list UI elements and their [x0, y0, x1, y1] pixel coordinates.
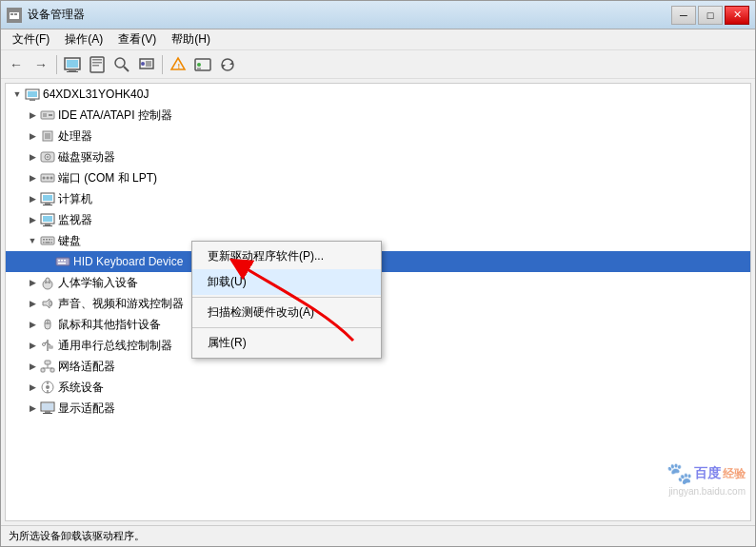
svg-rect-27 — [28, 91, 37, 97]
baidu-jingyan: 经验 — [723, 466, 746, 482]
usb-label: 通用串行总线控制制器 — [58, 338, 172, 354]
tree-item-monitor[interactable]: ▶ 监视器 — [6, 209, 750, 230]
display-icon — [40, 400, 55, 416]
tree-item-computer[interactable]: ▶ 计算机 — [6, 188, 750, 209]
svg-rect-50 — [43, 239, 45, 241]
title-bar: 设备管理器 ─ □ ✕ — [1, 1, 755, 29]
svg-text:!: ! — [178, 62, 181, 70]
ctx-separator-2 — [192, 327, 381, 328]
port-label: 端口 (COM 和 LPT) — [58, 170, 157, 186]
maximize-button[interactable]: □ — [698, 6, 723, 25]
svg-rect-11 — [92, 65, 99, 67]
toolbar-btn-3[interactable] — [135, 53, 158, 76]
tree-item-network[interactable]: ▶ 网络适配器 — [6, 356, 750, 377]
cpu-label: 处理器 — [58, 128, 92, 145]
svg-rect-58 — [58, 260, 60, 262]
cpu-icon — [40, 128, 55, 144]
close-button[interactable]: ✕ — [725, 6, 749, 25]
computer-icon — [40, 191, 55, 206]
svg-rect-9 — [92, 59, 102, 61]
baidu-logo: 🐾 百度 经验 — [666, 461, 746, 486]
svg-rect-6 — [69, 69, 76, 71]
main-content: ▼ 64XDXL31YOHK40J ▶ — [1, 79, 755, 525]
expand-cpu[interactable]: ▶ — [25, 126, 40, 147]
tree-item-disk[interactable]: ▶ 磁盘驱动器 — [6, 147, 750, 167]
tree-item-port[interactable]: ▶ 端口 (COM 和 LPT) — [6, 167, 750, 188]
ctx-separator-1 — [192, 297, 381, 298]
svg-rect-51 — [46, 239, 48, 241]
menu-help[interactable]: 帮助(H) — [164, 29, 218, 49]
expand-computer[interactable]: ▶ — [25, 188, 40, 209]
status-bar: 为所选设备卸载该驱动程序。 — [1, 525, 755, 546]
baidu-site: jingyan.baidu.com — [668, 486, 746, 497]
svg-rect-5 — [67, 60, 78, 68]
svg-point-12 — [115, 58, 125, 68]
hid-label: HID Keyboard Device — [73, 255, 183, 268]
ide-icon — [40, 107, 55, 123]
expand-monitor[interactable]: ▶ — [25, 209, 40, 230]
expand-network[interactable]: ▶ — [25, 356, 40, 377]
expand-audio[interactable]: ▶ — [25, 293, 40, 314]
svg-rect-7 — [67, 71, 78, 72]
expand-port[interactable]: ▶ — [25, 167, 40, 188]
svg-rect-44 — [43, 205, 52, 205]
expand-system[interactable]: ▶ — [25, 377, 40, 398]
title-bar-left: 设备管理器 — [7, 7, 85, 23]
menu-action[interactable]: 操作(A) — [57, 29, 110, 49]
minimize-button[interactable]: ─ — [671, 6, 696, 25]
toolbar: ← → — [1, 50, 755, 79]
toolbar-separator-1 — [56, 55, 57, 74]
svg-rect-53 — [51, 239, 52, 241]
baidu-text: 百度 — [694, 465, 721, 482]
find-button[interactable] — [110, 53, 133, 76]
tree-item-system[interactable]: ▶ 系统设备 — [6, 377, 750, 398]
svg-rect-87 — [45, 411, 50, 413]
menu-file[interactable]: 文件(F) — [5, 29, 57, 49]
ide-label: IDE ATA/ATAPI 控制器 — [58, 107, 172, 124]
toolbar-btn-1[interactable] — [61, 53, 84, 76]
window-icon — [7, 8, 22, 23]
svg-line-13 — [124, 67, 129, 71]
system-label: 系统设备 — [58, 380, 104, 396]
svg-rect-74 — [50, 346, 52, 348]
title-controls: ─ □ ✕ — [671, 6, 749, 25]
svg-point-82 — [46, 385, 50, 389]
back-button[interactable]: ← — [5, 53, 28, 76]
status-text: 为所选设备卸载该驱动程序。 — [9, 529, 145, 543]
expand-hid-devices[interactable]: ▶ — [25, 272, 40, 293]
expand-keyboard[interactable]: ▼ — [25, 230, 40, 251]
ctx-properties[interactable]: 属性(R) — [192, 330, 381, 356]
ctx-update-driver[interactable]: 更新驱动程序软件(P)... — [192, 244, 381, 269]
expand-ide[interactable]: ▶ — [25, 105, 40, 126]
tree-root[interactable]: ▼ 64XDXL31YOHK40J — [6, 84, 750, 105]
audio-icon — [40, 296, 55, 311]
port-icon — [40, 170, 55, 186]
baidu-watermark: 🐾 百度 经验 jingyan.baidu.com — [666, 461, 746, 497]
svg-point-72 — [43, 343, 46, 346]
root-icon — [25, 87, 40, 102]
tree-item-display[interactable]: ▶ 显示适配器 — [6, 398, 750, 419]
expand-disk[interactable]: ▶ — [25, 147, 40, 167]
tree-item-ide[interactable]: ▶ IDE ATA/ATAPI 控制器 — [6, 105, 750, 126]
expand-mouse[interactable]: ▶ — [25, 314, 40, 335]
network-icon — [40, 359, 55, 374]
toolbar-btn-5[interactable] — [191, 53, 214, 76]
toolbar-btn-4[interactable]: ! — [167, 53, 189, 76]
mouse-label: 鼠标和其他指针设备 — [58, 317, 161, 333]
tree-item-cpu[interactable]: ▶ 处理器 — [6, 126, 750, 147]
forward-button[interactable]: → — [30, 53, 52, 76]
expand-usb[interactable]: ▶ — [25, 335, 40, 356]
hid-devices-icon — [40, 275, 55, 290]
ctx-scan-hardware[interactable]: 扫描检测硬件改动(A) — [192, 300, 381, 325]
svg-rect-49 — [41, 237, 54, 244]
expand-display[interactable]: ▶ — [25, 398, 40, 419]
toolbar-btn-2[interactable] — [86, 53, 109, 76]
ctx-uninstall[interactable]: 卸载(U) — [192, 269, 381, 295]
svg-rect-30 — [43, 113, 47, 117]
svg-rect-31 — [49, 114, 52, 116]
expand-root[interactable]: ▼ — [10, 84, 25, 105]
refresh-button[interactable] — [216, 53, 239, 76]
menu-view[interactable]: 查看(V) — [110, 29, 164, 49]
svg-rect-60 — [64, 260, 66, 262]
svg-rect-61 — [58, 263, 66, 264]
